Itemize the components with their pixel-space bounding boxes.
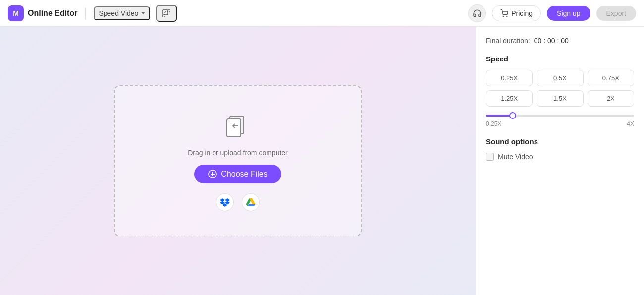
logo-wrapper: M Online Editor xyxy=(8,5,77,21)
slider-track xyxy=(486,115,634,117)
pricing-button[interactable]: Pricing xyxy=(492,5,541,21)
speed-section-title: Speed xyxy=(486,55,634,63)
speed-slider-container: 0.25X 4X xyxy=(486,115,634,127)
header-right: Pricing Sign up Export xyxy=(468,4,636,22)
app-title: Online Editor xyxy=(28,9,77,18)
slider-max-label: 4X xyxy=(627,120,634,127)
svg-rect-0 xyxy=(163,10,168,15)
crop-icon xyxy=(161,8,172,19)
speed-option-125x[interactable]: 1.25X xyxy=(486,90,533,107)
svg-rect-8 xyxy=(227,119,241,137)
choose-files-label: Choose Files xyxy=(221,170,267,178)
speed-option-075x[interactable]: 0.75X xyxy=(588,70,634,86)
final-duration-label: Final duration: xyxy=(486,37,530,45)
svg-point-5 xyxy=(503,16,504,16)
upload-file-icon xyxy=(223,111,253,141)
export-button: Export xyxy=(596,6,636,21)
mute-video-checkbox[interactable] xyxy=(486,153,494,161)
main-area: Drag in or upload from computer Choose F… xyxy=(0,27,476,295)
final-duration-value: 00 : 00 : 00 xyxy=(534,37,569,45)
dropbox-button[interactable] xyxy=(216,193,234,211)
svg-point-6 xyxy=(507,16,507,16)
plus-icon xyxy=(208,170,217,178)
dropbox-icon xyxy=(220,197,230,207)
google-drive-icon xyxy=(246,197,256,207)
crop-icon-button[interactable] xyxy=(156,5,177,22)
header-divider xyxy=(85,7,86,19)
mute-video-row: Mute Video xyxy=(486,153,634,161)
speed-option-2x[interactable]: 2X xyxy=(588,90,634,107)
body-layout: Drag in or upload from computer Choose F… xyxy=(0,27,644,295)
sound-section: Sound options Mute Video xyxy=(486,137,634,161)
upload-box: Drag in or upload from computer Choose F… xyxy=(114,85,362,236)
slider-thumb[interactable] xyxy=(509,112,516,119)
speed-option-025x[interactable]: 0.25X xyxy=(486,70,533,86)
speed-option-05x[interactable]: 0.5X xyxy=(537,70,583,86)
speed-grid: 0.25X 0.5X 0.75X 1.25X 1.5X 2X xyxy=(486,70,634,107)
signup-button[interactable]: Sign up xyxy=(547,6,590,21)
speed-option-15x[interactable]: 1.5X xyxy=(537,90,583,107)
drag-text: Drag in or upload from computer xyxy=(188,149,288,157)
logo-icon: M xyxy=(8,5,24,21)
right-panel: Final duration: 00 : 00 : 00 Speed 0.25X… xyxy=(476,27,644,295)
slider-labels: 0.25X 4X xyxy=(486,120,634,127)
speed-video-label: Speed Video xyxy=(99,9,138,17)
speed-video-dropdown[interactable]: Speed Video xyxy=(94,6,150,20)
sound-section-title: Sound options xyxy=(486,137,634,146)
chevron-down-icon xyxy=(141,12,145,14)
svg-marker-20 xyxy=(248,204,256,206)
slider-min-label: 0.25X xyxy=(486,120,501,127)
headphone-icon xyxy=(473,9,482,18)
pricing-label: Pricing xyxy=(511,9,533,17)
cart-icon xyxy=(500,9,508,17)
choose-files-button[interactable]: Choose Files xyxy=(194,165,281,183)
cloud-icons-row xyxy=(216,193,260,211)
slider-fill xyxy=(486,115,513,117)
google-drive-button[interactable] xyxy=(242,193,260,211)
support-button[interactable] xyxy=(468,4,486,22)
mute-video-label: Mute Video xyxy=(498,153,533,161)
final-duration-row: Final duration: 00 : 00 : 00 xyxy=(486,37,634,45)
header: M Online Editor Speed Video Pricing xyxy=(0,0,644,27)
